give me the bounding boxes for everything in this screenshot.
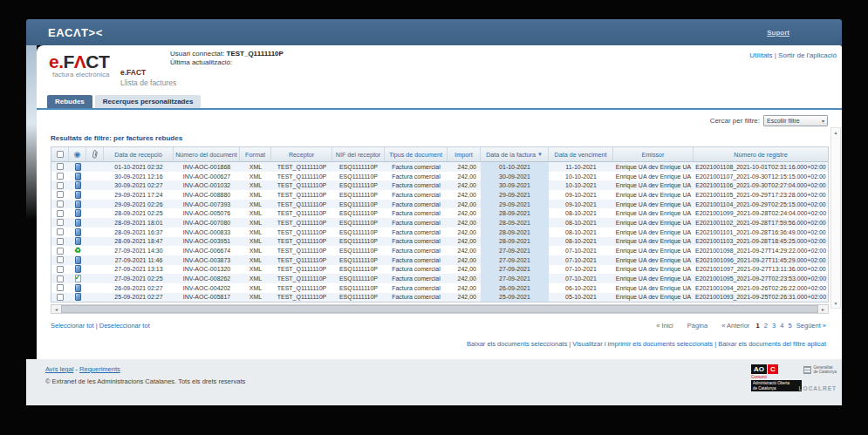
pagination-page-5[interactable]: 5 bbox=[789, 322, 792, 330]
cell-reception-date: 01-10-2021 02:32 bbox=[104, 162, 174, 172]
document-icon[interactable] bbox=[75, 219, 81, 227]
header-data-recepcio[interactable]: Data de recepció bbox=[104, 147, 174, 161]
document-icon[interactable] bbox=[75, 265, 81, 273]
row-checkbox[interactable] bbox=[57, 238, 64, 245]
header-numero-registre[interactable]: Número de registre bbox=[694, 147, 828, 161]
cell-invoice-date: 30-09-2021 bbox=[481, 172, 549, 181]
cell-invoice-date: 28-09-2021 bbox=[481, 218, 549, 228]
cell-receptor: TEST_Q1111110P bbox=[271, 265, 332, 275]
filter-select[interactable]: Escollir filtre ▾ bbox=[763, 115, 828, 126]
cell-receptor: TEST_Q1111110P bbox=[271, 246, 332, 255]
row-checkbox[interactable] bbox=[57, 266, 64, 273]
deselect-all-link[interactable]: Deseleccionar tot bbox=[99, 322, 150, 330]
select-all-link[interactable]: Seleccionar tot bbox=[51, 322, 94, 330]
scroll-up-icon[interactable]: ▲ bbox=[831, 128, 840, 137]
row-checkbox[interactable] bbox=[57, 284, 64, 291]
document-icon[interactable] bbox=[75, 256, 81, 264]
page-title: Llista de factures bbox=[120, 78, 176, 87]
row-checkbox[interactable] bbox=[57, 294, 64, 301]
cell-amount: 242,00 bbox=[448, 265, 481, 275]
pagination-page-4[interactable]: 4 bbox=[780, 322, 783, 330]
header-nif-receptor[interactable]: NIF del receptor bbox=[332, 147, 385, 161]
cell-select bbox=[51, 274, 69, 283]
row-checkbox[interactable] bbox=[57, 182, 64, 189]
header-receptor[interactable]: Receptor bbox=[271, 147, 332, 161]
download-filtered-link[interactable]: Baixar els documents del filtre aplicat bbox=[718, 340, 826, 348]
row-checkbox[interactable] bbox=[57, 275, 64, 282]
cell-receptor: TEST_Q1111110P bbox=[271, 162, 332, 172]
document-icon[interactable] bbox=[75, 237, 81, 245]
document-processing-icon[interactable] bbox=[74, 247, 81, 255]
row-checkbox[interactable] bbox=[57, 248, 64, 255]
utilities-link[interactable]: Utilitats bbox=[749, 51, 772, 59]
document-icon[interactable] bbox=[75, 181, 81, 189]
header-select-all-checkbox[interactable] bbox=[51, 147, 69, 161]
pagination-page-3[interactable]: 3 bbox=[772, 322, 776, 330]
horizontal-scrollbar-thumb[interactable] bbox=[61, 305, 818, 313]
cell-format: XML bbox=[240, 172, 271, 181]
header-state-column[interactable]: ◉ bbox=[69, 147, 86, 161]
tab-bar: Rebudes Recerques personalitzades bbox=[47, 94, 201, 108]
tab-rebudes[interactable]: Rebudes bbox=[47, 95, 92, 108]
checkbox[interactable] bbox=[57, 151, 64, 158]
document-icon[interactable] bbox=[75, 284, 81, 292]
row-checkbox[interactable] bbox=[57, 173, 64, 180]
cell-registry-number: E2021001102_2021-09-28T17:59:56.000+02:0… bbox=[694, 218, 828, 228]
cell-state bbox=[69, 172, 86, 181]
cell-nif: ESQ1111110P bbox=[332, 255, 385, 265]
gencat-logo: Generalitat de Catalunya bbox=[803, 365, 837, 374]
download-selected-link[interactable]: Baixar els documents seleccionats bbox=[467, 340, 567, 348]
vertical-scrollbar[interactable]: ▲ ▼ bbox=[830, 127, 841, 309]
requirements-link[interactable]: Requeriments bbox=[79, 365, 120, 373]
document-icon[interactable] bbox=[75, 191, 81, 199]
document-icon[interactable] bbox=[75, 209, 81, 217]
header-data-venciment[interactable]: Data de venciment bbox=[549, 147, 613, 161]
header-emissor[interactable]: Emissor bbox=[613, 147, 694, 161]
document-validated-icon[interactable] bbox=[75, 275, 81, 282]
document-icon[interactable] bbox=[75, 228, 81, 236]
horizontal-scrollbar[interactable]: ◄ ► bbox=[51, 304, 829, 314]
tab-recerques-personalitzades[interactable]: Recerques personalitzades bbox=[95, 95, 202, 108]
header-numero-document[interactable]: Número del document bbox=[174, 147, 240, 161]
pagination-page-2[interactable]: 2 bbox=[764, 322, 768, 330]
table-row: 28-09-2021 18:01 INV-AOC-007080 XML TEST… bbox=[51, 218, 828, 228]
document-icon[interactable] bbox=[75, 173, 81, 180]
document-icon[interactable] bbox=[75, 293, 81, 301]
row-checkbox[interactable] bbox=[57, 210, 64, 217]
legal-notice-link[interactable]: Avís legal bbox=[45, 365, 73, 373]
header-tipus-document[interactable]: Tipus de document bbox=[385, 147, 448, 161]
cell-invoice-date: 28-09-2021 bbox=[481, 237, 549, 247]
row-checkbox[interactable] bbox=[57, 219, 64, 226]
row-checkbox[interactable] bbox=[57, 201, 64, 207]
row-checkbox[interactable] bbox=[57, 191, 64, 198]
table-row: 28-09-2021 16:37 INV-AOC-000833 XML TEST… bbox=[51, 228, 828, 237]
document-icon[interactable] bbox=[75, 163, 81, 171]
header-import[interactable]: Import bbox=[448, 147, 481, 161]
row-checkbox[interactable] bbox=[57, 256, 64, 263]
cell-receptor: TEST_Q1111110P bbox=[271, 283, 332, 293]
scroll-down-icon[interactable]: ▼ bbox=[831, 299, 840, 308]
cell-registry-number: E2021001097_2021-09-27T13:11:36.000+02:0… bbox=[694, 265, 828, 275]
cell-document-number: INV-AOC-003951 bbox=[174, 237, 240, 247]
cell-format: XML bbox=[240, 218, 271, 228]
support-link[interactable]: Suport bbox=[767, 29, 789, 37]
header-data-factura[interactable]: Data de la factura ▼ bbox=[481, 147, 549, 161]
cell-attachment bbox=[86, 162, 104, 172]
cell-reception-date: 29-09-2021 02:26 bbox=[104, 200, 174, 209]
table-row: 27-09-2021 02:25 INV-AOC-008262 XML TEST… bbox=[51, 274, 828, 283]
footer-separator: - bbox=[75, 365, 78, 373]
scroll-right-icon[interactable]: ► bbox=[818, 305, 828, 313]
header-data-factura-label: Data de la factura bbox=[486, 151, 536, 159]
view-print-selected-link[interactable]: Visualitzar i imprimir els documents sel… bbox=[572, 340, 713, 348]
cell-document-number: INV-AOC-003873 bbox=[174, 255, 240, 265]
header-format[interactable]: Format bbox=[240, 147, 271, 161]
scroll-left-icon[interactable]: ◄ bbox=[51, 305, 61, 313]
row-checkbox[interactable] bbox=[57, 163, 64, 170]
cell-due-date: 08-10-2021 bbox=[549, 208, 613, 218]
exit-link[interactable]: Sortir de l'aplicació bbox=[778, 51, 837, 59]
document-icon[interactable] bbox=[75, 201, 81, 208]
header-attachment-column[interactable] bbox=[86, 147, 104, 161]
row-checkbox[interactable] bbox=[57, 228, 64, 235]
pagination-next[interactable]: Següent » bbox=[796, 322, 826, 330]
last-update-label: Última actualització: bbox=[170, 58, 284, 67]
